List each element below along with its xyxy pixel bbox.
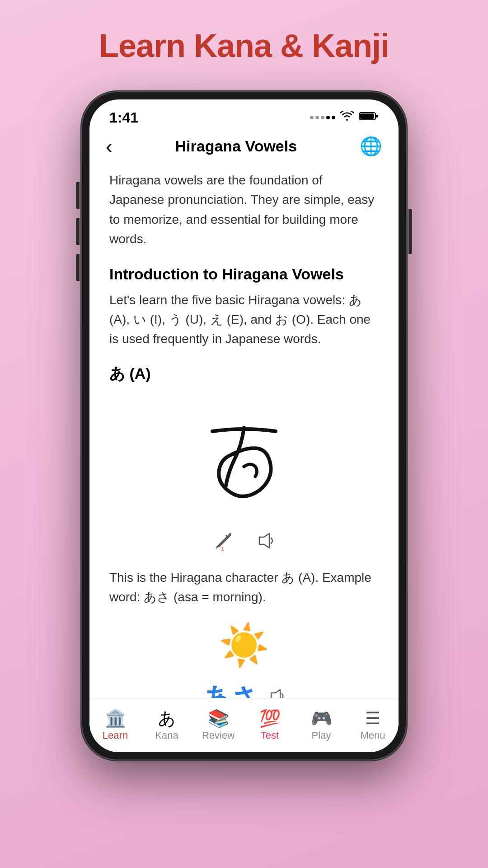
status-time: 1:41 [109,109,138,126]
svg-marker-4 [259,533,269,548]
pen-icon[interactable]: 1 [213,531,233,555]
menu-label: Menu [360,730,385,741]
word-kana: あさ [203,680,258,698]
char-description: This is the Hiragana character あ (A). Ex… [109,568,379,607]
status-bar: 1:41 [89,99,399,131]
test-icon: 💯 [259,710,281,727]
play-label: Play [312,730,331,741]
svg-marker-5 [271,689,280,698]
phone-frame: 1:41 [81,91,407,760]
svg-text:1: 1 [221,547,224,551]
section-description: Let's learn the five basic Hiragana vowe… [109,290,379,349]
test-label: Test [261,730,279,741]
tab-review[interactable]: 📚 Review [192,698,244,752]
tab-menu[interactable]: ☰ Menu [347,698,399,752]
dot3 [321,116,324,119]
intro-text: Hiragana vowels are the foundation of Ja… [109,170,379,249]
dot1 [310,116,314,119]
word-sound-button[interactable] [267,687,285,698]
tab-kana[interactable]: あ Kana [141,698,192,752]
tab-play[interactable]: 🎮 Play [296,698,347,752]
word-display: あさ [109,680,379,698]
tab-learn[interactable]: 🏛️ Learn [89,698,141,752]
char-svg [185,400,303,517]
tab-test[interactable]: 💯 Test [244,698,296,752]
kana-icon: あ [158,710,176,727]
phone-screen: 1:41 [89,99,399,752]
sound-icon[interactable] [255,531,275,555]
review-label: Review [202,730,235,741]
svg-rect-2 [376,115,378,118]
status-icons [310,110,379,125]
play-icon: 🎮 [311,710,332,727]
dot5 [332,116,335,119]
globe-button[interactable]: 🌐 [360,136,382,157]
example-emoji: ☀️ [109,622,379,669]
kana-label: Kana [155,730,178,741]
learn-icon: 🏛️ [105,710,126,727]
action-icons: 1 [109,531,379,555]
page-title: Learn Kana & Kanji [99,27,389,64]
menu-icon: ☰ [365,710,380,727]
learn-label: Learn [103,730,128,741]
tab-bar: 🏛️ Learn あ Kana 📚 Review 💯 Test 🎮 Play ☰ [89,698,399,752]
signal-icon [310,116,335,119]
review-icon: 📚 [208,710,229,727]
battery-icon [359,110,379,125]
char-display [109,395,379,522]
dot4 [326,116,330,119]
section-title: Introduction to Hiragana Vowels [109,265,379,283]
wifi-icon [340,110,354,125]
back-button[interactable]: ‹ [106,137,113,156]
nav-title: Hiragana Vowels [175,137,297,155]
nav-header: ‹ Hiragana Vowels 🌐 [89,131,399,166]
svg-rect-1 [360,113,374,119]
char-heading: あ (A) [109,363,379,384]
content-area[interactable]: Hiragana vowels are the foundation of Ja… [89,166,399,698]
dot2 [315,116,319,119]
